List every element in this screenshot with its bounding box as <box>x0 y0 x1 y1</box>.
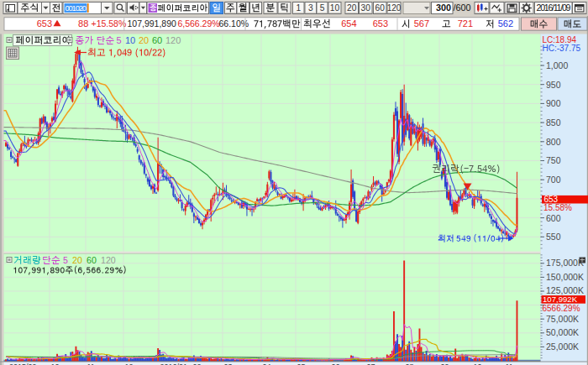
svg-text:66.10%: 66.10% <box>219 18 249 29</box>
svg-text:60: 60 <box>375 3 386 13</box>
svg-text:20: 20 <box>347 3 357 13</box>
svg-text:653: 653 <box>37 18 52 29</box>
svg-text:107,991,890: 107,991,890 <box>128 18 177 29</box>
svg-text:654: 654 <box>341 18 356 29</box>
svg-text:88: 88 <box>78 18 88 29</box>
svg-text:3: 3 <box>308 3 313 13</box>
svg-text:300: 300 <box>436 3 451 13</box>
svg-text:/600: /600 <box>454 3 471 13</box>
svg-text:567: 567 <box>414 18 429 29</box>
svg-text:30: 30 <box>361 3 371 13</box>
svg-text:120: 120 <box>387 3 402 13</box>
svg-text:721: 721 <box>458 18 473 29</box>
svg-text:5: 5 <box>320 3 325 13</box>
svg-text:001020: 001020 <box>66 3 87 13</box>
svg-text:2016/11/09: 2016/11/09 <box>537 3 571 13</box>
svg-text:562: 562 <box>498 18 513 29</box>
svg-text:653: 653 <box>373 18 388 29</box>
svg-text:10: 10 <box>330 3 340 13</box>
svg-text:1: 1 <box>296 3 301 13</box>
svg-text:6,566.29%: 6,566.29% <box>177 18 219 29</box>
svg-text:+15.58%: +15.58% <box>92 18 127 29</box>
